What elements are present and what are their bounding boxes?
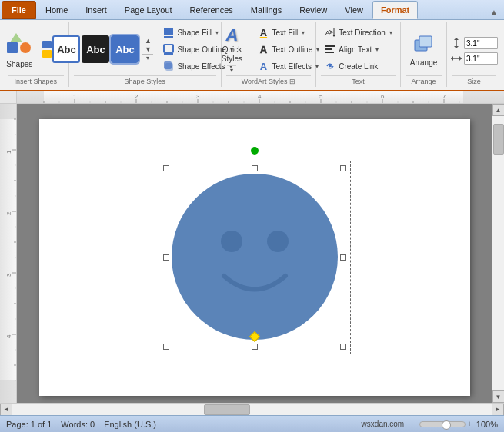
status-bar: Page: 1 of 1 Words: 0 English (U.S.) wsx… <box>0 415 504 432</box>
shape-styles-more-btn[interactable]: ▲ ▼ ▾ <box>142 35 154 63</box>
scroll-thumb-v[interactable] <box>493 124 504 155</box>
align-text-icon <box>324 43 336 55</box>
tab-insert[interactable]: Insert <box>77 1 115 19</box>
svg-text:6: 6 <box>381 93 385 100</box>
svg-text:3: 3 <box>196 93 200 100</box>
svg-text:1: 1 <box>73 93 77 100</box>
svg-text:3: 3 <box>5 273 12 277</box>
svg-text:4: 4 <box>258 93 262 100</box>
svg-rect-4 <box>164 36 173 38</box>
scroll-thumb-h[interactable] <box>204 404 250 415</box>
svg-rect-0 <box>7 42 18 53</box>
text-effects-icon: A <box>257 60 269 72</box>
document-area: 1 2 3 4 <box>0 104 504 403</box>
width-input[interactable] <box>464 52 498 65</box>
text-effects-btn[interactable]: A Text Effects ▾ <box>253 58 323 74</box>
shape-effects-icon <box>162 60 175 72</box>
zoom-level[interactable]: 100% <box>476 420 498 429</box>
smiley-shape[interactable] <box>166 168 343 345</box>
shape-style-white[interactable]: Abc <box>52 35 80 63</box>
scroll-down-btn[interactable]: ▼ <box>492 390 505 403</box>
zoom-thumb[interactable] <box>442 420 451 430</box>
svg-rect-8 <box>165 63 173 71</box>
svg-rect-3 <box>164 28 173 35</box>
website-label: wsxdan.com <box>362 420 405 428</box>
ribbon-content: Shapes <box>0 20 504 91</box>
svg-marker-2 <box>10 33 22 42</box>
height-icon <box>450 37 462 49</box>
size-group: Size <box>447 22 501 87</box>
svg-text:1: 1 <box>5 150 12 154</box>
svg-rect-5 <box>164 45 173 52</box>
page-area <box>17 104 492 403</box>
text-fill-btn[interactable]: A Text Fill ▾ <box>253 25 323 40</box>
ruler-row: 1 2 3 4 5 <box>0 91 504 104</box>
svg-rect-16 <box>329 65 332 67</box>
tab-references[interactable]: References <box>182 1 242 19</box>
rotation-handle[interactable] <box>251 147 259 155</box>
shape-palette-item[interactable] <box>42 50 52 58</box>
handle-tl[interactable] <box>163 165 169 171</box>
handle-mt[interactable] <box>252 165 258 171</box>
svg-point-90 <box>267 231 289 252</box>
scrollbar-horizontal: ◄ ► <box>0 403 504 415</box>
tab-format[interactable]: Format <box>372 1 418 19</box>
handle-bl[interactable] <box>163 344 169 350</box>
shape-style-blue[interactable]: Abc <box>111 35 139 63</box>
svg-rect-6 <box>164 53 173 55</box>
scroll-right-btn[interactable]: ► <box>492 404 504 416</box>
height-input[interactable] <box>464 37 498 49</box>
wordart-styles-label: WordArt Styles ⊞ <box>226 75 311 85</box>
quick-styles-btn[interactable]: A QuickStyles ▾ <box>213 23 250 75</box>
scroll-up-btn[interactable]: ▲ <box>492 104 505 116</box>
arrange-group: Arrange Arrange <box>401 22 447 87</box>
zoom-out-icon[interactable]: − <box>413 420 418 428</box>
shape-style-black[interactable]: Abc <box>82 35 109 63</box>
shape-fill-icon <box>162 26 175 38</box>
svg-marker-20 <box>454 38 459 40</box>
svg-marker-24 <box>459 56 462 61</box>
handle-mb[interactable] <box>252 344 258 350</box>
svg-text:5: 5 <box>319 93 323 100</box>
text-direction-btn[interactable]: A A Text Direction ▾ <box>320 25 396 40</box>
text-group: A A Text Direction ▾ Align Text <box>316 22 401 87</box>
scroll-track-h <box>12 404 492 415</box>
tab-mailings[interactable]: Mailings <box>242 1 290 19</box>
tab-page-layout[interactable]: Page Layout <box>116 1 181 19</box>
arrange-btn[interactable]: Arrange <box>405 30 443 69</box>
shape-styles-group: Abc Abc Abc ▲ ▼ ▾ <box>69 22 222 87</box>
create-link-btn[interactable]: Create Link <box>320 58 396 74</box>
arrange-group-label: Arrange <box>406 75 442 85</box>
shape-container[interactable] <box>166 168 343 347</box>
shape-styles-label: Shape Styles <box>74 75 216 85</box>
zoom-slider[interactable]: − + 100% <box>413 420 498 429</box>
handle-br[interactable] <box>340 344 346 350</box>
text-outline-btn[interactable]: A Text Outline ▾ <box>253 42 323 57</box>
language: English (U.S.) <box>104 420 156 429</box>
text-fill-icon: A <box>257 26 269 38</box>
text-group-label: Text <box>321 75 396 85</box>
tab-review[interactable]: Review <box>291 1 335 19</box>
tab-home[interactable]: Home <box>37 1 76 19</box>
insert-shapes-label: Insert Shapes <box>8 75 64 85</box>
handle-mr[interactable] <box>340 254 346 261</box>
shape-palette-item[interactable] <box>42 41 52 48</box>
ribbon-collapse-btn[interactable]: ▲ <box>484 5 504 19</box>
ruler-horizontal: 1 2 3 4 5 <box>17 91 504 104</box>
scrollbar-vertical: ▲ ▼ <box>492 104 504 403</box>
create-link-icon <box>324 60 336 72</box>
arrange-icon <box>412 32 436 57</box>
tab-view[interactable]: View <box>336 1 372 19</box>
handle-ml[interactable] <box>163 254 169 261</box>
handle-tr[interactable] <box>340 165 346 171</box>
svg-text:2: 2 <box>5 211 12 215</box>
scroll-left-btn[interactable]: ◄ <box>0 404 12 416</box>
shapes-button[interactable]: Shapes <box>0 28 39 71</box>
tab-file[interactable]: File <box>2 1 36 19</box>
text-direction-icon: A A <box>324 26 336 38</box>
page-info: Page: 1 of 1 <box>6 420 52 429</box>
zoom-in-icon[interactable]: + <box>467 420 472 428</box>
shape-outline-icon <box>162 43 175 55</box>
align-text-btn[interactable]: Align Text ▾ <box>320 42 396 57</box>
ruler-corner <box>0 91 17 104</box>
